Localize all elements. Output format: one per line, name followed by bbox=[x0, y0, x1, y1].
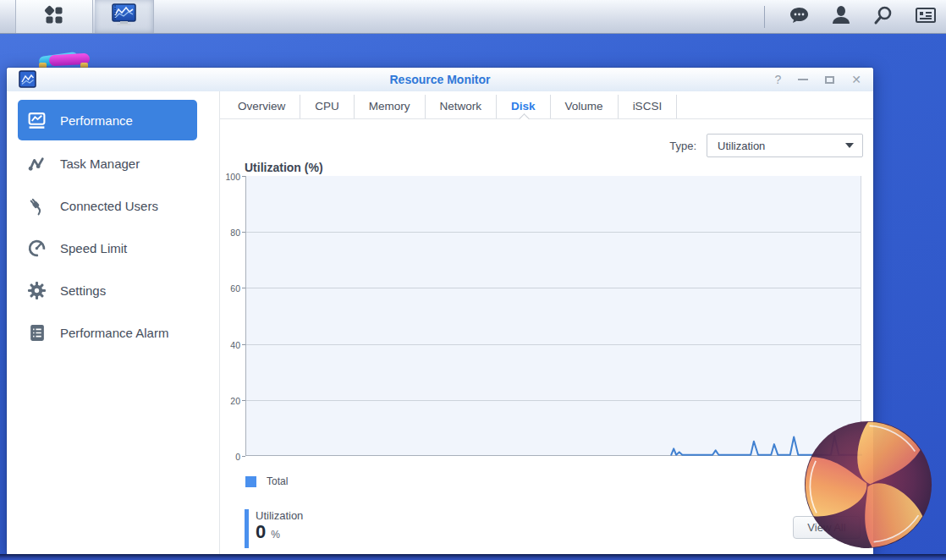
y-tick-mark bbox=[242, 232, 245, 233]
sidebar-item-label: Performance Alarm bbox=[60, 326, 168, 340]
utilization-line-series bbox=[246, 176, 862, 456]
alarm-list-icon bbox=[27, 323, 47, 343]
minimize-button[interactable] bbox=[798, 79, 808, 80]
resource-monitor-app-icon bbox=[111, 3, 138, 30]
y-tick-label: 60 bbox=[220, 283, 240, 294]
view-all-button[interactable]: View All bbox=[793, 516, 861, 539]
window-title: Resource Monitor bbox=[7, 68, 873, 91]
y-tick-label: 0 bbox=[220, 452, 240, 462]
main-menu-button[interactable] bbox=[15, 0, 93, 33]
utilization-summary: Utilization 0% bbox=[245, 509, 303, 548]
widgets-button[interactable] bbox=[914, 5, 938, 29]
summary-label: Utilization bbox=[256, 509, 303, 522]
sidebar-item-speed-limit[interactable]: Speed Limit bbox=[7, 227, 219, 269]
y-tick-mark bbox=[242, 400, 245, 401]
tab-overview[interactable]: Overview bbox=[223, 95, 300, 118]
summary-unit: % bbox=[271, 529, 280, 541]
desktop-shortcut-icon[interactable] bbox=[37, 49, 93, 69]
apps-menu-icon bbox=[43, 4, 65, 30]
y-tick-label: 20 bbox=[220, 396, 240, 406]
sidebar: Performance Task Manager bbox=[7, 91, 220, 554]
help-button[interactable]: ? bbox=[774, 74, 781, 85]
y-tick-mark bbox=[242, 288, 245, 288]
desktop: Resource Monitor ? ✕ Performance bbox=[0, 0, 946, 560]
tabs-bar: Overview CPU Memory Network Disk Volume … bbox=[220, 91, 873, 119]
tab-iscsi[interactable]: iSCSI bbox=[619, 95, 678, 118]
user-icon bbox=[832, 5, 850, 29]
type-dropdown[interactable]: Utilization bbox=[707, 134, 863, 157]
y-tick-mark bbox=[242, 176, 245, 177]
sidebar-item-settings[interactable]: Settings bbox=[7, 269, 219, 311]
sidebar-item-connected-users[interactable]: Connected Users bbox=[7, 184, 219, 227]
resource-monitor-window: Resource Monitor ? ✕ Performance bbox=[7, 68, 873, 554]
sidebar-item-label: Speed Limit bbox=[60, 241, 127, 255]
plug-icon bbox=[27, 196, 47, 216]
task-manager-icon bbox=[27, 154, 47, 173]
y-tick-label: 80 bbox=[220, 228, 240, 238]
close-button[interactable]: ✕ bbox=[851, 74, 861, 85]
performance-chart-icon bbox=[27, 111, 47, 130]
plot-area bbox=[245, 176, 861, 456]
y-tick-label: 100 bbox=[220, 172, 240, 182]
legend-swatch-total bbox=[245, 476, 256, 487]
sidebar-item-label: Connected Users bbox=[60, 199, 158, 213]
main-content: Overview CPU Memory Network Disk Volume … bbox=[220, 91, 873, 554]
gridline bbox=[246, 232, 861, 233]
y-tick-mark bbox=[242, 344, 245, 345]
taskbar-separator bbox=[764, 6, 765, 28]
y-tick-label: 40 bbox=[220, 340, 240, 350]
gridline bbox=[246, 288, 861, 288]
chart-legend: Total bbox=[245, 475, 288, 487]
chat-button[interactable] bbox=[787, 5, 811, 29]
chevron-down-icon bbox=[845, 143, 854, 148]
tab-volume[interactable]: Volume bbox=[551, 95, 619, 118]
sidebar-item-task-manager[interactable]: Task Manager bbox=[7, 142, 219, 184]
summary-value: 0 bbox=[256, 521, 266, 542]
tab-network[interactable]: Network bbox=[426, 95, 498, 118]
legend-label: Total bbox=[267, 475, 288, 487]
widgets-icon bbox=[915, 6, 937, 28]
sidebar-item-label: Settings bbox=[60, 283, 106, 298]
sidebar-item-performance-alarm[interactable]: Performance Alarm bbox=[7, 311, 219, 354]
summary-accent-bar bbox=[245, 509, 249, 548]
chart-title: Utilization (%) bbox=[245, 161, 323, 174]
taskbar bbox=[0, 0, 946, 34]
y-tick-mark bbox=[242, 456, 245, 457]
user-button[interactable] bbox=[829, 5, 853, 29]
tab-memory[interactable]: Memory bbox=[355, 95, 426, 118]
gridline bbox=[246, 400, 861, 401]
tab-cpu[interactable]: CPU bbox=[300, 95, 355, 118]
search-icon bbox=[873, 5, 894, 29]
maximize-button[interactable] bbox=[825, 76, 834, 84]
resource-monitor-taskbar-button[interactable] bbox=[95, 0, 154, 33]
search-button[interactable] bbox=[872, 5, 895, 29]
sidebar-item-performance[interactable]: Performance bbox=[18, 100, 197, 140]
bottom-window-edge bbox=[0, 554, 946, 560]
chat-icon bbox=[789, 5, 810, 29]
type-dropdown-value: Utilization bbox=[718, 140, 845, 152]
window-titlebar[interactable]: Resource Monitor ? ✕ bbox=[7, 68, 873, 91]
speedometer-icon bbox=[27, 239, 47, 258]
gridline bbox=[246, 344, 861, 345]
gear-icon bbox=[27, 281, 47, 300]
sidebar-item-label: Task Manager bbox=[60, 156, 140, 171]
type-label: Type: bbox=[669, 140, 696, 152]
sidebar-item-label: Performance bbox=[60, 113, 133, 128]
